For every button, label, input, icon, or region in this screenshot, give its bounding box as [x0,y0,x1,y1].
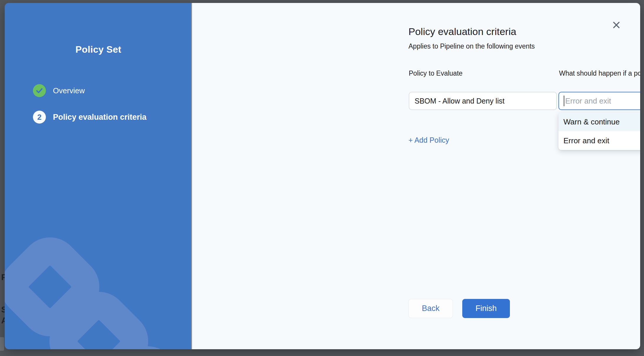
policy-fail-behavior-label: What should happen if a policy fails? [559,69,640,77]
wizard-title: Policy Set [5,44,192,55]
step-complete-badge [33,84,46,97]
modal-content-panel: Policy evaluation criteria Applies to Pi… [192,3,640,349]
dropdown-option-warn-continue[interactable]: Warn & continue [558,112,640,131]
page-title: Policy evaluation criteria [408,26,516,37]
check-icon [36,87,43,94]
close-button[interactable] [610,19,622,31]
dropdown-option-error-exit[interactable]: Error and exit [558,131,640,150]
close-icon [612,21,621,29]
policy-to-evaluate-label: Policy to Evaluate [409,69,463,77]
policy-set-modal: Policy Set Overview 2 Policy evaluation … [5,3,640,349]
step-label-overview: Overview [53,86,85,95]
policy-to-evaluate-input[interactable] [409,92,557,110]
step-number-badge: 2 [33,111,46,124]
fail-behavior-dropdown: Warn & continue Error and exit [558,112,640,150]
fail-behavior-select[interactable]: Error and exit [558,92,640,110]
text-cursor [564,96,564,106]
wizard-step-overview[interactable]: Overview [33,84,85,97]
finish-button[interactable]: Finish [462,299,510,318]
back-button[interactable]: Back [408,299,453,318]
wizard-sidebar: Policy Set Overview 2 Policy evaluation … [5,3,192,349]
fail-behavior-placeholder: Error and exit [565,97,640,106]
page-subtitle: Applies to Pipeline on the following eve… [408,42,535,50]
step-label-policy-evaluation-criteria: Policy evaluation criteria [53,113,146,122]
add-policy-link[interactable]: + Add Policy [408,136,449,144]
backdrop-chip [0,337,4,351]
wizard-step-policy-evaluation-criteria[interactable]: 2 Policy evaluation criteria [33,111,146,124]
